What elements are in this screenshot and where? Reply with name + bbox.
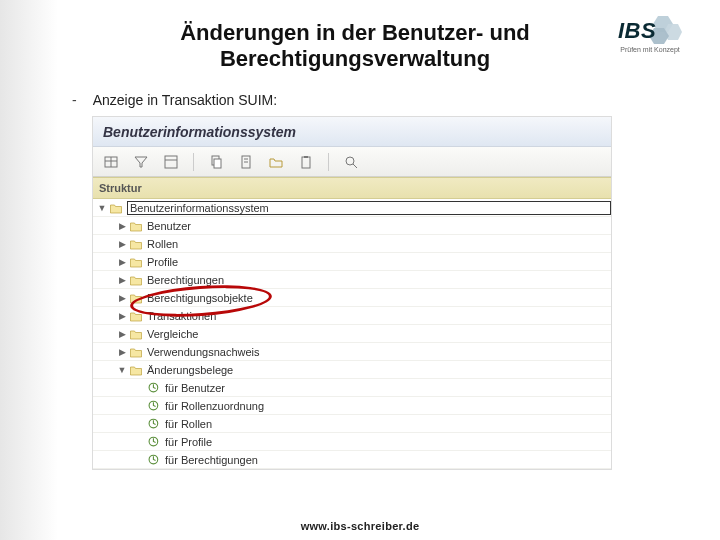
bullet-dash: - <box>72 92 77 108</box>
tree-label: für Berechtigungen <box>165 454 611 466</box>
tree-leaf[interactable]: ·für Benutzer <box>93 379 611 397</box>
tree-label: Profile <box>147 256 611 268</box>
tree-label: für Rollenzuordnung <box>165 400 611 412</box>
report-icon <box>147 435 161 449</box>
toolbar-separator <box>193 153 194 171</box>
chevron-right-icon[interactable]: ▶ <box>117 221 127 231</box>
window-header: Benutzerinformationssystem <box>93 117 611 147</box>
column-header-label: Struktur <box>99 182 142 194</box>
folder-icon <box>129 237 143 251</box>
sap-screenshot: Benutzerinformationssystem Struktur ▼Ben… <box>92 116 612 470</box>
svg-point-16 <box>346 157 354 165</box>
tree-label: Berechtigungen <box>147 274 611 286</box>
tree-branch[interactable]: ▶Transaktionen <box>93 307 611 325</box>
folder-icon <box>129 255 143 269</box>
report-icon <box>147 381 161 395</box>
tree-branch[interactable]: ▶Benutzer <box>93 217 611 235</box>
folder-icon <box>129 291 143 305</box>
chevron-down-icon[interactable]: ▼ <box>97 203 107 213</box>
folder-icon <box>129 273 143 287</box>
chevron-right-icon[interactable]: ▶ <box>117 257 127 267</box>
tree-label: Berechtigungsobjekte <box>147 292 611 304</box>
folder-icon <box>109 201 123 215</box>
folder-icon[interactable] <box>266 152 286 172</box>
tree-branch[interactable]: ▼Änderungsbelege <box>93 361 611 379</box>
svg-rect-15 <box>304 156 308 158</box>
logo-text: IBS <box>618 18 656 44</box>
column-header: Struktur <box>93 177 611 199</box>
slide-left-stripe <box>0 0 58 540</box>
tree-label: für Rollen <box>165 418 611 430</box>
folder-icon <box>129 345 143 359</box>
tree-leaf[interactable]: ·für Profile <box>93 433 611 451</box>
svg-rect-14 <box>302 157 310 168</box>
folder-icon <box>129 309 143 323</box>
svg-rect-7 <box>165 156 177 168</box>
tree-branch[interactable]: ▶Vergleiche <box>93 325 611 343</box>
tree-label: Verwendungsnachweis <box>147 346 611 358</box>
footer-url: www.ibs-schreiber.de <box>0 520 720 532</box>
report-icon <box>147 417 161 431</box>
tree-label: für Profile <box>165 436 611 448</box>
chevron-down-icon[interactable]: ▼ <box>117 365 127 375</box>
svg-marker-6 <box>135 157 147 167</box>
tree-label: für Benutzer <box>165 382 611 394</box>
report-icon <box>147 453 161 467</box>
toolbar <box>93 147 611 177</box>
clipboard-icon[interactable] <box>296 152 316 172</box>
chevron-right-icon[interactable]: ▶ <box>117 239 127 249</box>
window-title: Benutzerinformationssystem <box>103 124 296 140</box>
folder-icon <box>129 219 143 233</box>
svg-line-17 <box>353 164 357 168</box>
layout-icon[interactable] <box>161 152 181 172</box>
tree-branch[interactable]: ▶Berechtigungsobjekte <box>93 289 611 307</box>
logo: IBS Prüfen mit Konzept <box>600 14 700 60</box>
filter-icon[interactable] <box>131 152 151 172</box>
tree-label: Vergleiche <box>147 328 611 340</box>
svg-rect-10 <box>214 159 221 168</box>
tree-root[interactable]: ▼Benutzerinformationssystem <box>93 199 611 217</box>
report-icon <box>147 399 161 413</box>
tree-branch[interactable]: ▶Profile <box>93 253 611 271</box>
tree-branch[interactable]: ▶Berechtigungen <box>93 271 611 289</box>
chevron-right-icon[interactable]: ▶ <box>117 329 127 339</box>
tree-label: Transaktionen <box>147 310 611 322</box>
tree-label: Benutzer <box>147 220 611 232</box>
tree-view: ▼Benutzerinformationssystem▶Benutzer▶Rol… <box>93 199 611 469</box>
toolbar-separator <box>328 153 329 171</box>
tree-leaf[interactable]: ·für Rollenzuordnung <box>93 397 611 415</box>
folder-icon <box>129 327 143 341</box>
logo-subtitle: Prüfen mit Konzept <box>620 46 680 53</box>
tree-leaf[interactable]: ·für Rollen <box>93 415 611 433</box>
table-icon[interactable] <box>101 152 121 172</box>
chevron-right-icon[interactable]: ▶ <box>117 347 127 357</box>
tree-branch[interactable]: ▶Verwendungsnachweis <box>93 343 611 361</box>
bullet-text: Anzeige in Transaktion SUIM: <box>93 92 277 108</box>
tree-root-label: Benutzerinformationssystem <box>127 201 611 215</box>
logo-hex-icon: IBS <box>618 14 682 44</box>
chevron-right-icon[interactable]: ▶ <box>117 311 127 321</box>
folder-icon <box>129 363 143 377</box>
chevron-right-icon[interactable]: ▶ <box>117 293 127 303</box>
bullet-item: - Anzeige in Transaktion SUIM: <box>72 92 277 108</box>
tree-label: Änderungsbelege <box>147 364 611 376</box>
chevron-right-icon[interactable]: ▶ <box>117 275 127 285</box>
tree-branch[interactable]: ▶Rollen <box>93 235 611 253</box>
search-icon[interactable] <box>341 152 361 172</box>
page-icon[interactable] <box>236 152 256 172</box>
copy-icon[interactable] <box>206 152 226 172</box>
slide-title: Änderungen in der Benutzer- und Berechti… <box>125 20 585 73</box>
tree-label: Rollen <box>147 238 611 250</box>
tree-leaf[interactable]: ·für Berechtigungen <box>93 451 611 469</box>
